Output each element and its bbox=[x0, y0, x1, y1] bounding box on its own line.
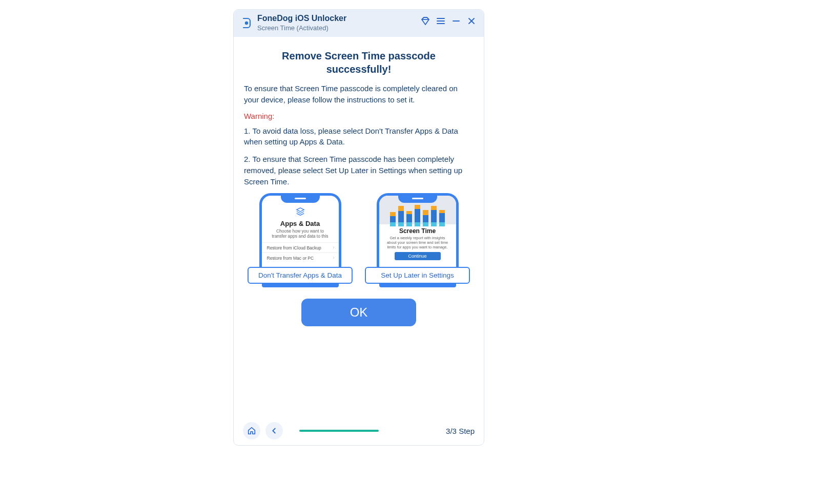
warning-label: Warning: bbox=[244, 112, 474, 120]
phone2-subtitle: Get a weekly report with insights about … bbox=[382, 236, 453, 249]
minimize-button[interactable] bbox=[451, 16, 461, 26]
phone2-badge: Set Up Later in Settings bbox=[365, 267, 470, 284]
close-button[interactable] bbox=[466, 16, 477, 26]
phone-notch-icon bbox=[398, 195, 437, 203]
back-button[interactable] bbox=[265, 422, 283, 439]
chevron-right-icon: › bbox=[333, 255, 335, 260]
app-logo-icon bbox=[240, 16, 253, 30]
warning-1: 1. To avoid data loss, please select Don… bbox=[244, 125, 474, 148]
title-bar: FoneDog iOS Unlocker Screen Time (Activa… bbox=[234, 10, 484, 37]
phone1-badge: Don't Transfer Apps & Data bbox=[248, 267, 353, 284]
phone2-continue-button: Continue bbox=[395, 252, 441, 260]
phone1-option-2: Restore from Mac or PC› bbox=[262, 253, 339, 263]
phone1-subtitle: Choose how you want to transfer apps and… bbox=[262, 228, 339, 239]
success-heading: Remove Screen Time passcode successfully… bbox=[244, 49, 474, 76]
step-label: 3/3 Step bbox=[446, 427, 475, 435]
chevron-right-icon: › bbox=[333, 245, 335, 250]
stack-icon bbox=[262, 207, 339, 219]
diamond-icon[interactable] bbox=[420, 16, 430, 26]
svg-rect-1 bbox=[246, 23, 247, 24]
app-subtitle: Screen Time (Activated) bbox=[257, 24, 420, 32]
footer-bar: 3/3 Step bbox=[234, 416, 484, 445]
phone-notch-icon bbox=[281, 195, 320, 203]
menu-icon[interactable] bbox=[436, 16, 446, 26]
app-window: FoneDog iOS Unlocker Screen Time (Activa… bbox=[233, 9, 484, 446]
ok-button[interactable]: OK bbox=[301, 299, 416, 326]
progress-fill bbox=[299, 430, 379, 432]
phone-apps-data: Apps & Data Choose how you want to trans… bbox=[248, 193, 353, 287]
warning-2: 2. To ensure that Screen Time passcode h… bbox=[244, 154, 474, 187]
intro-text: To ensure that Screen Time passcode is c… bbox=[244, 83, 474, 106]
phone-screen-time: Screen Time Get a weekly report with ins… bbox=[365, 193, 470, 287]
content-area: Remove Screen Time passcode successfully… bbox=[234, 37, 484, 416]
phone1-title: Apps & Data bbox=[262, 220, 339, 227]
progress-bar bbox=[299, 430, 432, 432]
illustration-row: Apps & Data Choose how you want to trans… bbox=[244, 193, 474, 287]
phone2-title: Screen Time bbox=[382, 227, 453, 235]
home-button[interactable] bbox=[243, 422, 260, 439]
phone1-option-1: Restore from iCloud Backup› bbox=[262, 242, 339, 253]
app-title: FoneDog iOS Unlocker bbox=[257, 14, 420, 23]
